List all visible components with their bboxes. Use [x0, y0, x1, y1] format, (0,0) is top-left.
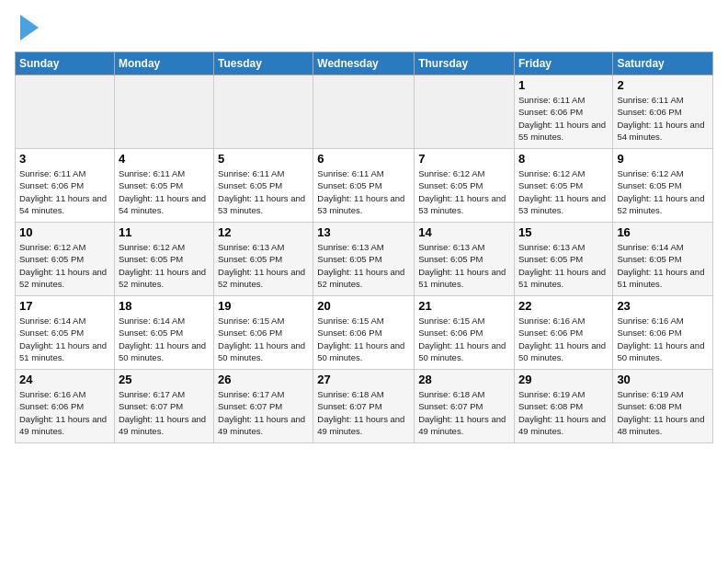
day-number: 13: [317, 225, 410, 239]
calendar-cell: [114, 75, 213, 149]
calendar-cell: 12Sunrise: 6:13 AMSunset: 6:05 PMDayligh…: [214, 223, 313, 296]
day-number: 20: [317, 299, 410, 313]
calendar-cell: 29Sunrise: 6:19 AMSunset: 6:08 PMDayligh…: [514, 370, 612, 443]
day-number: 4: [119, 152, 210, 166]
calendar-cell: [214, 75, 313, 149]
day-info: Sunrise: 6:12 AMSunset: 6:05 PMDaylight:…: [119, 241, 210, 290]
calendar-cell: 8Sunrise: 6:12 AMSunset: 6:05 PMDaylight…: [514, 149, 612, 223]
header-saturday: Saturday: [613, 52, 713, 75]
day-info: Sunrise: 6:11 AMSunset: 6:06 PMDaylight:…: [617, 94, 709, 143]
day-number: 6: [317, 152, 410, 166]
calendar-cell: 30Sunrise: 6:19 AMSunset: 6:08 PMDayligh…: [613, 370, 713, 443]
day-info: Sunrise: 6:12 AMSunset: 6:05 PMDaylight:…: [617, 167, 709, 216]
day-number: 12: [218, 225, 309, 239]
day-info: Sunrise: 6:11 AMSunset: 6:05 PMDaylight:…: [317, 167, 410, 216]
calendar-cell: 22Sunrise: 6:16 AMSunset: 6:06 PMDayligh…: [514, 296, 612, 370]
day-info: Sunrise: 6:19 AMSunset: 6:08 PMDaylight:…: [617, 388, 709, 437]
logo-arrow-icon: [20, 15, 39, 40]
day-info: Sunrise: 6:13 AMSunset: 6:05 PMDaylight:…: [218, 241, 309, 290]
calendar-cell: 18Sunrise: 6:14 AMSunset: 6:05 PMDayligh…: [114, 296, 213, 370]
day-info: Sunrise: 6:14 AMSunset: 6:05 PMDaylight:…: [119, 315, 210, 363]
day-info: Sunrise: 6:17 AMSunset: 6:07 PMDaylight:…: [218, 388, 309, 437]
day-number: 22: [518, 299, 609, 313]
day-number: 1: [518, 78, 609, 92]
day-info: Sunrise: 6:16 AMSunset: 6:06 PMDaylight:…: [19, 388, 110, 437]
day-number: 17: [19, 299, 110, 313]
calendar-cell: 21Sunrise: 6:15 AMSunset: 6:06 PMDayligh…: [415, 296, 515, 370]
calendar-cell: 27Sunrise: 6:18 AMSunset: 6:07 PMDayligh…: [313, 370, 415, 443]
day-info: Sunrise: 6:14 AMSunset: 6:05 PMDaylight:…: [617, 241, 709, 290]
day-info: Sunrise: 6:11 AMSunset: 6:05 PMDaylight:…: [218, 167, 309, 216]
day-info: Sunrise: 6:17 AMSunset: 6:07 PMDaylight:…: [119, 388, 210, 437]
calendar-cell: [16, 75, 115, 149]
day-number: 15: [518, 225, 609, 239]
header-friday: Friday: [514, 52, 612, 75]
day-info: Sunrise: 6:16 AMSunset: 6:06 PMDaylight:…: [617, 315, 709, 363]
day-info: Sunrise: 6:15 AMSunset: 6:06 PMDaylight:…: [218, 315, 309, 363]
day-number: 27: [317, 373, 410, 386]
calendar-table: SundayMondayTuesdayWednesdayThursdayFrid…: [15, 52, 713, 443]
calendar-cell: 16Sunrise: 6:14 AMSunset: 6:05 PMDayligh…: [613, 223, 713, 296]
calendar-cell: 7Sunrise: 6:12 AMSunset: 6:05 PMDaylight…: [415, 149, 515, 223]
calendar-week-row: 17Sunrise: 6:14 AMSunset: 6:05 PMDayligh…: [16, 296, 713, 370]
calendar-cell: 25Sunrise: 6:17 AMSunset: 6:07 PMDayligh…: [114, 370, 213, 443]
day-info: Sunrise: 6:14 AMSunset: 6:05 PMDaylight:…: [19, 315, 110, 363]
calendar-week-row: 24Sunrise: 6:16 AMSunset: 6:06 PMDayligh…: [16, 370, 713, 443]
calendar-cell: [313, 75, 415, 149]
day-info: Sunrise: 6:13 AMSunset: 6:05 PMDaylight:…: [418, 241, 510, 290]
day-info: Sunrise: 6:12 AMSunset: 6:05 PMDaylight:…: [19, 241, 110, 290]
day-number: 25: [119, 373, 210, 386]
day-info: Sunrise: 6:15 AMSunset: 6:06 PMDaylight:…: [317, 315, 410, 363]
calendar-week-row: 10Sunrise: 6:12 AMSunset: 6:05 PMDayligh…: [16, 223, 713, 296]
calendar-cell: 20Sunrise: 6:15 AMSunset: 6:06 PMDayligh…: [313, 296, 415, 370]
header-sunday: Sunday: [16, 52, 115, 75]
calendar-cell: 19Sunrise: 6:15 AMSunset: 6:06 PMDayligh…: [214, 296, 313, 370]
day-number: 14: [418, 225, 510, 239]
header-monday: Monday: [114, 52, 213, 75]
day-number: 8: [518, 152, 609, 166]
header-wednesday: Wednesday: [313, 52, 415, 75]
calendar-cell: 11Sunrise: 6:12 AMSunset: 6:05 PMDayligh…: [114, 223, 213, 296]
logo: [15, 15, 39, 40]
day-info: Sunrise: 6:16 AMSunset: 6:06 PMDaylight:…: [518, 315, 609, 363]
day-info: Sunrise: 6:12 AMSunset: 6:05 PMDaylight:…: [518, 167, 609, 216]
day-number: 18: [119, 299, 210, 313]
calendar-cell: 13Sunrise: 6:13 AMSunset: 6:05 PMDayligh…: [313, 223, 415, 296]
calendar-cell: [415, 75, 515, 149]
calendar-cell: 23Sunrise: 6:16 AMSunset: 6:06 PMDayligh…: [613, 296, 713, 370]
day-number: 9: [617, 152, 709, 166]
day-number: 7: [418, 152, 510, 166]
day-number: 29: [518, 373, 609, 386]
day-number: 2: [617, 78, 709, 92]
day-info: Sunrise: 6:13 AMSunset: 6:05 PMDaylight:…: [518, 241, 609, 290]
day-number: 28: [418, 373, 510, 386]
day-info: Sunrise: 6:11 AMSunset: 6:06 PMDaylight:…: [518, 94, 609, 143]
day-number: 19: [218, 299, 309, 313]
day-number: 10: [19, 225, 110, 239]
calendar-cell: 4Sunrise: 6:11 AMSunset: 6:05 PMDaylight…: [114, 149, 213, 223]
day-info: Sunrise: 6:18 AMSunset: 6:07 PMDaylight:…: [418, 388, 510, 437]
calendar-cell: 1Sunrise: 6:11 AMSunset: 6:06 PMDaylight…: [514, 75, 612, 149]
day-number: 26: [218, 373, 309, 386]
calendar-cell: 15Sunrise: 6:13 AMSunset: 6:05 PMDayligh…: [514, 223, 612, 296]
calendar-cell: 14Sunrise: 6:13 AMSunset: 6:05 PMDayligh…: [415, 223, 515, 296]
day-info: Sunrise: 6:18 AMSunset: 6:07 PMDaylight:…: [317, 388, 410, 437]
day-number: 21: [418, 299, 510, 313]
calendar-cell: 10Sunrise: 6:12 AMSunset: 6:05 PMDayligh…: [16, 223, 115, 296]
calendar-week-row: 3Sunrise: 6:11 AMSunset: 6:06 PMDaylight…: [16, 149, 713, 223]
header-thursday: Thursday: [415, 52, 515, 75]
day-number: 11: [119, 225, 210, 239]
day-info: Sunrise: 6:13 AMSunset: 6:05 PMDaylight:…: [317, 241, 410, 290]
day-number: 24: [19, 373, 110, 386]
day-number: 30: [617, 373, 709, 386]
calendar-cell: 6Sunrise: 6:11 AMSunset: 6:05 PMDaylight…: [313, 149, 415, 223]
calendar-cell: 28Sunrise: 6:18 AMSunset: 6:07 PMDayligh…: [415, 370, 515, 443]
calendar-header-row: SundayMondayTuesdayWednesdayThursdayFrid…: [16, 52, 713, 75]
calendar-cell: 24Sunrise: 6:16 AMSunset: 6:06 PMDayligh…: [16, 370, 115, 443]
day-number: 3: [19, 152, 110, 166]
day-info: Sunrise: 6:11 AMSunset: 6:05 PMDaylight:…: [119, 167, 210, 216]
day-info: Sunrise: 6:19 AMSunset: 6:08 PMDaylight:…: [518, 388, 609, 437]
header-tuesday: Tuesday: [214, 52, 313, 75]
day-number: 16: [617, 225, 709, 239]
day-info: Sunrise: 6:15 AMSunset: 6:06 PMDaylight:…: [418, 315, 510, 363]
